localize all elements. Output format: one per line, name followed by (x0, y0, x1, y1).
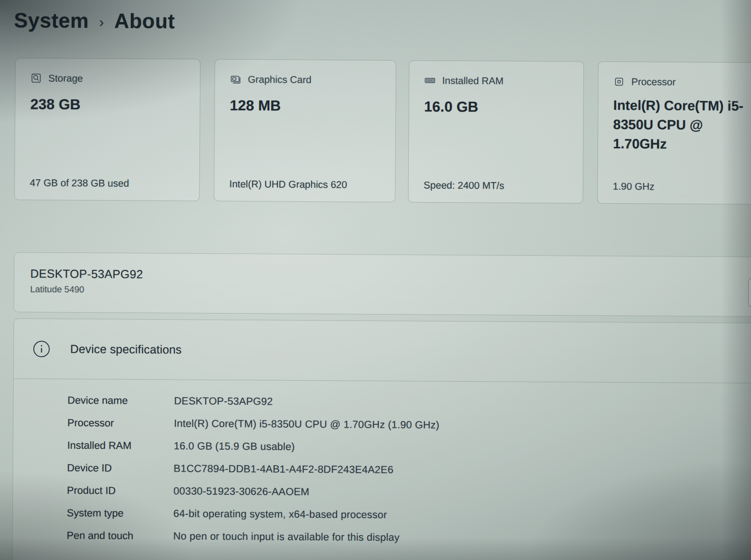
hard-drive-icon (31, 72, 42, 84)
spec-label: Processor (67, 417, 174, 430)
breadcrumb-system-link[interactable]: System (14, 8, 89, 32)
card-value: Intel(R) Core(TM) i5-8350U CPU @ 1.70GHz (613, 96, 747, 154)
page-title: About (114, 9, 175, 33)
card-detail: 1.90 GHz (613, 181, 655, 192)
storage-card: Storage 238 GB 47 GB of 238 GB used (14, 58, 200, 201)
processor-chip-icon (613, 76, 625, 87)
device-name-card: DESKTOP-53APG92 Latitude 5490 (14, 252, 751, 317)
card-label: Storage (48, 73, 83, 84)
graphics-card-header: Graphics Card (230, 74, 381, 86)
card-value: 128 MB (230, 95, 381, 117)
device-specifications-header[interactable]: Device specifications (14, 319, 751, 384)
spec-label: System type (67, 507, 173, 520)
card-detail: Speed: 2400 MT/s (424, 180, 505, 192)
storage-card-header: Storage (31, 72, 185, 84)
card-value: 238 GB (31, 94, 185, 115)
card-label: Graphics Card (248, 74, 312, 85)
memory-stick-icon (424, 75, 436, 86)
card-value: 16.0 GB (424, 97, 568, 118)
device-name: DESKTOP-53APG92 (30, 267, 743, 284)
spec-label: Product ID (67, 484, 174, 497)
spec-label: Device ID (67, 462, 174, 475)
spec-label: Pen and touch (67, 529, 173, 542)
specs-table: Device name DESKTOP-53APG92 Processor In… (13, 394, 751, 556)
about-page: System › About Storage 238 GB 47 (0, 0, 751, 560)
spec-label: Installed RAM (67, 439, 174, 452)
processor-card: Processor Intel(R) Core(TM) i5-8350U CPU… (597, 61, 751, 205)
device-model: Latitude 5490 (30, 284, 743, 299)
breadcrumb: System › About (14, 8, 175, 33)
chevron-right-icon: › (99, 14, 104, 30)
summary-cards: Storage 238 GB 47 GB of 238 GB used Grap… (0, 0, 751, 5)
card-detail: Intel(R) UHD Graphics 620 (230, 178, 347, 191)
graphics-card-card: Graphics Card 128 MB Intel(R) UHD Graphi… (214, 59, 396, 202)
spec-row-pen-and-touch: Pen and touch No pen or touch input is a… (67, 529, 751, 556)
device-specifications-card: Device specifications Device name DESKTO… (12, 318, 751, 560)
card-label: Installed RAM (442, 75, 504, 87)
rename-pc-button[interactable] (748, 278, 751, 307)
spec-label: Device name (68, 394, 174, 407)
graphics-card-icon (230, 74, 241, 85)
spec-value: DESKTOP-53APG92 (174, 395, 751, 411)
installed-ram-header: Installed RAM (424, 75, 568, 87)
card-detail: 47 GB of 238 GB used (30, 177, 129, 189)
section-title: Device specifications (70, 342, 182, 356)
processor-card-header: Processor (613, 76, 747, 88)
card-label: Processor (631, 76, 676, 88)
info-icon (32, 340, 50, 358)
settings-window: System › About Storage 238 GB 47 (0, 0, 751, 560)
installed-ram-card: Installed RAM 16.0 GB Speed: 2400 MT/s (408, 60, 584, 203)
